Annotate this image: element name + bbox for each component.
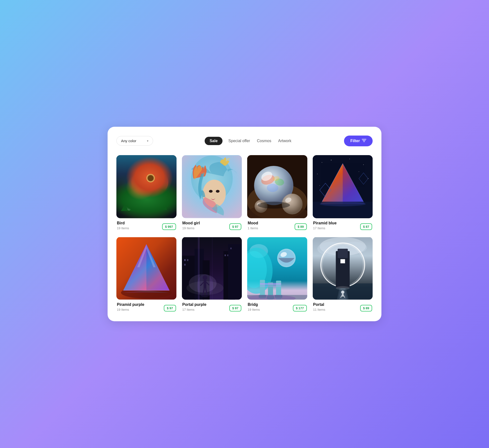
tab-cosmos[interactable]: Cosmos [256, 137, 272, 145]
svg-rect-79 [228, 244, 242, 299]
main-card: Any color ▾ Sale Special offer Cosmos Ar… [108, 127, 381, 321]
bridg-artwork-image[interactable] [247, 237, 307, 300]
price-badge: $ 177 [293, 305, 307, 311]
svg-point-24 [136, 184, 147, 192]
svg-rect-97 [230, 247, 232, 249]
price-badge: $ 97 [164, 305, 176, 311]
filter-label: Filter [350, 139, 360, 143]
item-title: Portal purple [182, 302, 207, 307]
svg-marker-7 [121, 195, 140, 211]
item-count: 19 Items [117, 226, 129, 230]
filter-button[interactable]: Filter [344, 136, 373, 146]
svg-rect-130 [342, 294, 344, 296]
svg-point-11 [133, 172, 160, 195]
item-text: Bird 19 Items [117, 221, 129, 230]
list-item[interactable]: Bird 19 Items $ 997 [116, 155, 177, 230]
item-info: Piramid blue 17 Items $ 87 [313, 221, 373, 230]
header: Any color ▾ Sale Special offer Cosmos Ar… [116, 136, 373, 146]
svg-point-129 [341, 290, 344, 294]
item-title: Mood girl [182, 221, 200, 226]
item-info: Piramid purple 19 Items $ 97 [116, 302, 177, 311]
tab-artwork[interactable]: Artwork [277, 137, 292, 145]
item-count: 11 Items [313, 308, 325, 311]
list-item[interactable]: Portal 11 Items $ 89 [313, 237, 373, 312]
item-count: 1 Items [248, 226, 258, 230]
svg-marker-5 [133, 188, 156, 204]
svg-point-20 [149, 183, 150, 184]
item-info: Bridg 19 Items $ 177 [247, 302, 307, 311]
svg-point-12 [148, 174, 156, 183]
price-badge: $ 87 [360, 223, 372, 230]
svg-rect-96 [227, 254, 228, 256]
artwork-grid: Bird 19 Items $ 997 [116, 155, 373, 311]
piramid-blue-artwork-image[interactable] [313, 155, 373, 218]
svg-point-26 [127, 207, 131, 210]
mood-artwork-image[interactable] [247, 155, 307, 218]
svg-point-16 [152, 173, 153, 175]
item-title: Mood [248, 221, 258, 226]
mood-girl-artwork-image[interactable] [182, 155, 242, 218]
color-select[interactable]: Any color ▾ [116, 136, 153, 146]
list-item[interactable]: Portal purple 17 Items $ 97 [182, 237, 242, 312]
svg-point-52 [358, 172, 359, 172]
svg-point-65 [320, 202, 366, 206]
svg-point-17 [156, 175, 157, 176]
svg-marker-8 [135, 196, 154, 211]
list-item[interactable]: Bridg 19 Items $ 177 [247, 237, 307, 312]
svg-point-39 [267, 184, 278, 192]
item-text: Piramid purple 19 Items [117, 302, 144, 311]
nav-tabs: Sale Special offer Cosmos Artwork [159, 137, 338, 145]
svg-rect-111 [260, 283, 281, 285]
item-info: Mood girl 19 Items $ 97 [182, 221, 242, 230]
svg-rect-3 [116, 155, 177, 218]
item-text: Piramid blue 17 Items [313, 221, 337, 230]
item-title: Piramid blue [313, 221, 337, 226]
bird-artwork-image[interactable] [116, 155, 177, 218]
price-badge: $ 89 [360, 305, 372, 311]
svg-point-55 [319, 185, 320, 186]
item-text: Mood girl 19 Items [182, 221, 200, 230]
svg-point-48 [322, 162, 322, 163]
svg-point-19 [154, 183, 155, 184]
item-count: 19 Items [248, 308, 260, 311]
svg-point-13 [149, 176, 155, 181]
svg-point-50 [349, 159, 350, 159]
item-info: Mood 1 Items $ 89 [247, 221, 307, 230]
filter-icon [362, 138, 366, 143]
item-text: Portal purple 17 Items [182, 302, 207, 311]
item-info: Portal purple 17 Items $ 97 [182, 302, 242, 311]
price-badge: $ 89 [295, 223, 307, 230]
price-badge: $ 97 [229, 305, 241, 311]
list-item[interactable]: Mood girl 19 Items $ 97 [182, 155, 242, 230]
tab-special-offer[interactable]: Special offer [227, 137, 251, 145]
svg-rect-127 [341, 260, 345, 263]
svg-point-14 [151, 177, 154, 180]
tab-sale[interactable]: Sale [205, 137, 222, 145]
svg-point-46 [257, 202, 290, 208]
item-count: 19 Items [117, 308, 144, 311]
portal-artwork-image[interactable] [313, 237, 373, 300]
item-title: Bird [117, 221, 129, 226]
svg-point-21 [146, 180, 148, 181]
item-title: Piramid purple [117, 302, 144, 307]
svg-point-32 [216, 190, 219, 193]
item-info: Bird 19 Items $ 997 [116, 221, 177, 230]
list-item[interactable]: Piramid purple 19 Items $ 97 [116, 237, 177, 312]
item-text: Mood 1 Items [248, 221, 258, 230]
list-item[interactable]: Piramid blue 17 Items $ 87 [313, 155, 373, 230]
svg-point-51 [363, 164, 364, 165]
svg-rect-95 [224, 254, 226, 256]
svg-point-49 [331, 160, 332, 161]
list-item[interactable]: Mood 1 Items $ 89 [247, 155, 307, 230]
svg-point-15 [148, 174, 156, 183]
svg-point-23 [149, 173, 150, 175]
piramid-purple-artwork-image[interactable] [116, 237, 177, 300]
svg-rect-93 [187, 259, 188, 261]
item-count: 17 Items [313, 226, 337, 230]
item-title: Portal [313, 302, 325, 307]
svg-rect-92 [184, 259, 186, 261]
svg-rect-94 [184, 264, 186, 265]
svg-point-18 [156, 180, 157, 181]
portal-purple-artwork-image[interactable] [182, 237, 242, 300]
svg-point-27 [126, 206, 129, 208]
